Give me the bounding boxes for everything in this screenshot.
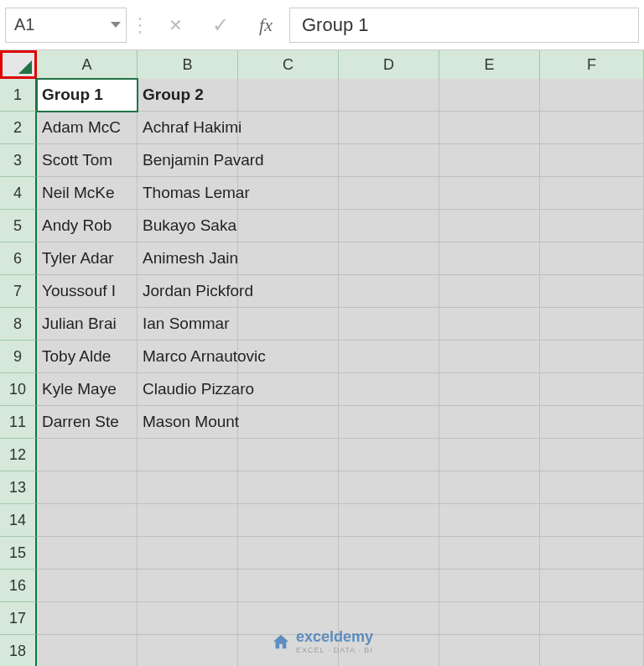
cell-A11[interactable]: Darren Ste [37,406,138,439]
row-header-18[interactable]: 18 [0,635,37,666]
row-header-14[interactable]: 14 [0,504,37,537]
name-box[interactable]: A1 [5,8,127,43]
row-header-13[interactable]: 13 [0,471,37,504]
cell-E10[interactable] [439,373,540,406]
cell-A13[interactable] [37,471,138,504]
row-header-12[interactable]: 12 [0,439,37,471]
cell-B1[interactable]: Group 2 [138,79,238,112]
chevron-down-icon[interactable] [111,22,121,28]
cell-F11[interactable] [540,406,644,439]
select-all-button[interactable] [0,50,37,79]
cell-A10[interactable]: Kyle Maye [37,373,138,406]
cell-F7[interactable] [540,275,644,308]
row-header-3[interactable]: 3 [0,144,37,177]
cancel-icon[interactable]: ✕ [153,8,197,43]
cell-E18[interactable] [439,635,540,666]
cell-C16[interactable] [238,570,339,602]
cell-F8[interactable] [540,308,644,341]
cell-A16[interactable] [37,570,138,602]
cell-D14[interactable] [339,504,439,537]
row-header-5[interactable]: 5 [0,210,37,242]
cell-E8[interactable] [439,308,540,341]
cell-D5[interactable] [339,210,439,242]
cell-F18[interactable] [540,635,644,666]
cell-B15[interactable] [138,537,238,570]
row-header-10[interactable]: 10 [0,373,37,406]
cell-A5[interactable]: Andy Rob [37,210,138,242]
cell-E5[interactable] [439,210,540,242]
cell-C11[interactable] [238,406,339,439]
cell-D6[interactable] [339,242,439,275]
cell-A18[interactable] [37,635,138,666]
cell-C8[interactable] [238,308,339,341]
cell-F17[interactable] [540,602,644,635]
cell-A8[interactable]: Julian Brai [37,308,138,341]
column-header-A[interactable]: A [37,50,138,79]
cell-A6[interactable]: Tyler Adar [37,242,138,275]
cell-E12[interactable] [439,439,540,471]
cell-F4[interactable] [540,177,644,210]
cell-A7[interactable]: Youssouf I [37,275,138,308]
cell-E11[interactable] [439,406,540,439]
column-header-F[interactable]: F [540,50,644,79]
cell-B3[interactable]: Benjamin Pavard [138,144,238,177]
cell-B17[interactable] [138,602,238,635]
cell-E14[interactable] [439,504,540,537]
cell-F1[interactable] [540,79,644,112]
cell-B12[interactable] [138,439,238,471]
row-header-16[interactable]: 16 [0,570,37,602]
row-header-4[interactable]: 4 [0,177,37,210]
cell-F12[interactable] [540,439,644,471]
cell-F15[interactable] [540,537,644,570]
cell-D2[interactable] [339,112,439,144]
cell-A3[interactable]: Scott Tom [37,144,138,177]
cell-C12[interactable] [238,439,339,471]
cell-E3[interactable] [439,144,540,177]
cell-D9[interactable] [339,341,439,373]
cell-C5[interactable] [238,210,339,242]
cell-D3[interactable] [339,144,439,177]
cell-A17[interactable] [37,602,138,635]
row-header-8[interactable]: 8 [0,308,37,341]
cell-B6[interactable]: Animesh Jain [138,242,238,275]
cell-A15[interactable] [37,537,138,570]
formula-input[interactable]: Group 1 [289,8,639,43]
cell-F16[interactable] [540,570,644,602]
cell-C15[interactable] [238,537,339,570]
cell-F9[interactable] [540,341,644,373]
cell-D12[interactable] [339,439,439,471]
column-header-E[interactable]: E [439,50,540,79]
cell-E13[interactable] [439,471,540,504]
cell-E7[interactable] [439,275,540,308]
row-header-17[interactable]: 17 [0,602,37,635]
cell-F6[interactable] [540,242,644,275]
cell-C2[interactable] [238,112,339,144]
cell-F13[interactable] [540,471,644,504]
cell-B2[interactable]: Achraf Hakimi [138,112,238,144]
cell-C1[interactable] [238,79,339,112]
cell-B16[interactable] [138,570,238,602]
cell-E4[interactable] [439,177,540,210]
cell-A9[interactable]: Toby Alde [37,341,138,373]
enter-icon[interactable]: ✓ [199,8,242,43]
row-header-1[interactable]: 1 [0,79,37,112]
cell-D11[interactable] [339,406,439,439]
row-header-11[interactable]: 11 [0,406,37,439]
cell-E2[interactable] [439,112,540,144]
cell-A2[interactable]: Adam McC [37,112,138,144]
cell-B7[interactable]: Jordan Pickford [138,275,238,308]
cell-B4[interactable]: Thomas Lemar [138,177,238,210]
cell-B13[interactable] [138,471,238,504]
column-header-B[interactable]: B [138,50,238,79]
cell-F14[interactable] [540,504,644,537]
row-header-9[interactable]: 9 [0,341,37,373]
row-header-15[interactable]: 15 [0,537,37,570]
cell-E9[interactable] [439,341,540,373]
cell-D15[interactable] [339,537,439,570]
cell-A14[interactable] [37,504,138,537]
cell-A1[interactable]: Group 1 [37,79,138,112]
cell-D1[interactable] [339,79,439,112]
cell-B9[interactable]: Marco Arnautovic [138,341,238,373]
cell-B18[interactable] [138,635,238,666]
row-header-6[interactable]: 6 [0,242,37,275]
